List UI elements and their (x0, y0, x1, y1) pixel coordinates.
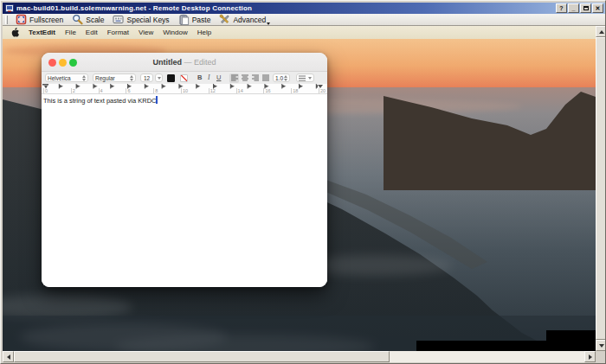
menubar-item[interactable]: Format (107, 29, 129, 36)
paste-icon (178, 14, 190, 25)
align-right-button[interactable] (250, 73, 260, 83)
krdc-toolbar: Fullscreen Scale Special Keys (3, 14, 605, 26)
special-keys-button[interactable]: Special Keys (110, 14, 171, 25)
align-right-icon (252, 74, 259, 81)
scroll-left-button[interactable] (3, 351, 14, 362)
bold-button[interactable]: B (197, 73, 202, 82)
document-title-name: Untitled (152, 58, 182, 67)
arrow-down-icon (599, 344, 604, 348)
ruler-number: 4 (99, 88, 126, 93)
menubar-item[interactable]: File (65, 29, 76, 36)
ruler-number: 12 (209, 88, 236, 93)
ruler-number: 0 (43, 88, 71, 93)
menubar-item[interactable]: Help (197, 29, 211, 36)
list-icon (299, 75, 306, 81)
font-family-select[interactable]: Helvetica (45, 73, 88, 82)
ruler-number: 2 (71, 88, 99, 93)
window-titlebar[interactable]: mac-build01.build.solemnwarning.net - Re… (3, 3, 605, 14)
advanced-button[interactable]: Advanced (216, 14, 268, 25)
special-keys-label: Special Keys (126, 16, 169, 24)
screen-black-region (546, 330, 596, 351)
menubar-items: FileEditFormatViewWindowHelp (65, 29, 211, 36)
krdc-app-icon (5, 4, 14, 13)
scroll-up-button[interactable] (596, 26, 606, 37)
vertical-scrollbar[interactable] (596, 26, 606, 351)
align-justify-button[interactable] (261, 73, 270, 83)
document-edited-state: — Edited (184, 58, 216, 67)
vertical-scroll-thumb[interactable] (596, 37, 606, 340)
advanced-dropdown-arrow-icon (267, 22, 270, 25)
window-title: mac-build01.build.solemnwarning.net - Re… (16, 4, 556, 12)
scrollbar-corner (596, 351, 606, 362)
document-text: This is a string of text pasted via KRDC (43, 97, 156, 105)
align-center-icon (242, 74, 248, 81)
fullscreen-icon (16, 14, 27, 25)
textedit-format-bar: Helvetica Regular 12 B I U (42, 72, 327, 84)
alignment-group (229, 73, 270, 83)
italic-button[interactable]: I (208, 73, 210, 82)
ruler[interactable]: 02468101214161820 (42, 84, 327, 94)
font-size-field[interactable]: 12 (140, 73, 153, 82)
text-caret (156, 96, 158, 104)
chevron-down-icon (308, 77, 312, 80)
ruler-number: 14 (236, 88, 264, 93)
horizontal-scroll-thumb[interactable] (14, 351, 390, 362)
ruler-number: 10 (181, 88, 209, 93)
arrow-up-icon (599, 30, 604, 34)
advanced-label: Advanced (233, 16, 266, 24)
arrow-left-icon (7, 354, 10, 360)
align-justify-icon (262, 74, 269, 81)
minimize-button[interactable]: _ (568, 3, 579, 13)
menubar-item[interactable]: Edit (86, 29, 98, 36)
scroll-right-button[interactable] (584, 351, 596, 362)
mac-menubar: TextEdit FileEditFormatViewWindowHelp (3, 26, 596, 39)
horizontal-scrollbar[interactable] (3, 351, 596, 362)
text-color-swatch[interactable] (167, 74, 175, 82)
window-controls: ? _ ✕ (556, 3, 603, 13)
krdc-window: mac-build01.build.solemnwarning.net - Re… (0, 0, 606, 364)
document-title: Untitled — Edited (42, 53, 327, 72)
font-style-value: Regular (95, 75, 115, 81)
font-family-value: Helvetica (48, 75, 71, 81)
paste-button[interactable]: Paste (176, 14, 214, 25)
ruler-number: 16 (263, 88, 291, 93)
updown-chevrons-icon (82, 75, 86, 81)
underline-button[interactable]: U (216, 73, 221, 82)
fullscreen-button[interactable]: Fullscreen (13, 14, 66, 25)
highlight-color-swatch[interactable] (180, 74, 188, 82)
textedit-titlebar[interactable]: Untitled — Edited (42, 53, 327, 72)
remote-desktop-viewport[interactable]: TextEdit FileEditFormatViewWindowHelp (3, 26, 596, 351)
apple-menu-icon[interactable] (11, 28, 19, 37)
document-text-area[interactable]: This is a string of text pasted via KRDC (42, 94, 327, 287)
scroll-down-button[interactable] (596, 340, 606, 351)
line-spacing-select[interactable]: 1.0 (273, 73, 290, 82)
scale-button[interactable]: Scale (69, 14, 106, 25)
menubar-item[interactable]: Window (163, 29, 187, 36)
list-style-select[interactable] (296, 73, 314, 82)
ruler-scale: 02468101214161820 (43, 88, 327, 93)
ruler-number: 18 (291, 88, 319, 93)
ruler-number: 8 (153, 88, 181, 93)
advanced-icon (219, 14, 230, 25)
font-size-value: 12 (144, 75, 150, 81)
scale-icon (72, 14, 83, 25)
toolbar-grip[interactable] (5, 16, 8, 24)
align-center-button[interactable] (240, 73, 249, 83)
maximize-button[interactable] (580, 3, 591, 13)
chevron-down-icon (158, 77, 161, 80)
align-left-icon (231, 74, 238, 81)
paste-label: Paste (192, 16, 211, 24)
font-size-dropdown[interactable] (155, 73, 163, 82)
close-button[interactable]: ✕ (592, 3, 603, 13)
fullscreen-label: Fullscreen (29, 16, 63, 24)
maximize-icon (583, 6, 589, 10)
menubar-item[interactable]: View (139, 29, 153, 36)
arrow-right-icon (589, 354, 592, 360)
menubar-app-name[interactable]: TextEdit (29, 29, 55, 36)
textedit-window[interactable]: Untitled — Edited Helvetica Regular 12 (42, 53, 327, 287)
help-button[interactable]: ? (556, 3, 567, 13)
special-keys-icon (113, 14, 124, 25)
font-style-select[interactable]: Regular (93, 73, 136, 82)
align-left-button[interactable] (229, 73, 239, 83)
updown-chevrons-icon (284, 75, 287, 81)
